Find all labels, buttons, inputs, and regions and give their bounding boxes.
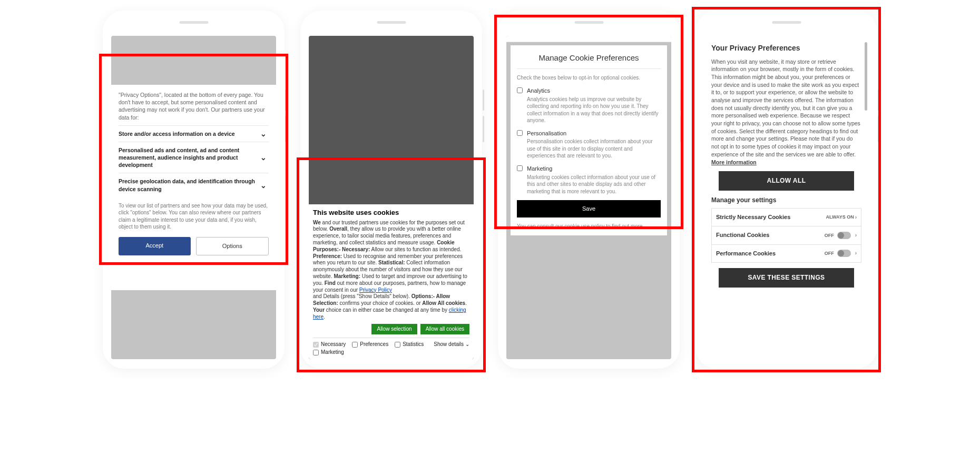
settings-row-performance[interactable]: Performance Cookies OFF › (711, 244, 861, 263)
statistics-checkbox[interactable]: Statistics (395, 341, 424, 348)
cookie-banner-title: This website uses cookies (313, 209, 469, 217)
analytics-checkbox[interactable] (517, 87, 523, 93)
chevron-right-icon: › (855, 250, 857, 257)
cookie-banner: This website uses cookies We and our tru… (309, 204, 474, 359)
phone-screen: "Privacy Options", located at the bottom… (111, 36, 276, 359)
phone-side-button (878, 90, 879, 111)
privacy-preferences-title: Your Privacy Preferences (711, 43, 861, 54)
chevron-down-icon: ⌄ (260, 153, 267, 163)
toggle-switch[interactable] (837, 250, 851, 257)
save-button[interactable]: Save (517, 200, 661, 217)
preferences-checkbox[interactable]: Preferences (352, 341, 388, 348)
cookie-category-checks: Necessary Preferences Statistics Show de… (313, 338, 469, 356)
phone-side-button (680, 116, 682, 142)
consent-intro-text: "Privacy Options", located at the bottom… (119, 91, 269, 121)
purpose-label: Store and/or access information on a dev… (119, 131, 235, 137)
phone-speaker (377, 21, 406, 24)
category-name: Marketing (527, 165, 661, 173)
manage-settings-heading: Manage your settings (711, 196, 861, 205)
marketing-checkbox[interactable]: Marketing (313, 349, 469, 356)
app-top-bar (506, 36, 671, 42)
settings-row-label: Strictly Necessary Cookies (716, 213, 790, 221)
category-desc: Marketing cookies collect information ab… (527, 174, 661, 195)
settings-row-state: OFF (825, 232, 834, 239)
privacy-preferences-sheet: Your Privacy Preferences When you visit … (704, 36, 869, 359)
purpose-label: Precise geolocation data, and identifica… (119, 178, 255, 192)
consent-button-row: Accept Options (119, 237, 269, 255)
phone-side-button (878, 116, 879, 142)
allow-all-cookies-button[interactable]: Allow all cookies (420, 324, 469, 335)
partners-note: To view our list of partners and see how… (119, 197, 269, 237)
cookie-banner-body: We and our trusted partners use cookies … (313, 220, 469, 321)
phone-speaker (574, 21, 603, 24)
category-name: Personalisation (527, 130, 661, 137)
cookie-preferences-sheet: Manage Cookie Preferences Check the boxe… (511, 45, 667, 235)
phone-side-button (285, 116, 287, 142)
phone-speaker (772, 21, 801, 24)
phone-screen: Your Privacy Preferences When you visit … (704, 36, 869, 359)
settings-row-label: Performance Cookies (716, 250, 776, 258)
privacy-policy-link[interactable]: Privacy Policy (359, 287, 392, 293)
category-name: Analytics (527, 87, 661, 95)
scrollbar-thumb[interactable] (865, 42, 867, 111)
privacy-preferences-body: When you visit any website, it may store… (711, 58, 861, 166)
allow-selection-button[interactable]: Allow selection (371, 324, 417, 335)
settings-row-state: ALWAYS ON (826, 214, 854, 221)
cookie-policy-footer: You can consult our cookie use policy to… (517, 223, 661, 230)
more-information-link[interactable]: More information (711, 159, 757, 165)
chevron-right-icon: › (855, 232, 857, 239)
phone-side-button (483, 116, 484, 142)
chevron-right-icon: › (855, 214, 857, 221)
chevron-down-icon: ⌄ (465, 341, 469, 348)
category-desc: Personalisation cookies collect informat… (527, 138, 661, 160)
purpose-row[interactable]: Personalised ads and content, ad and con… (119, 142, 269, 173)
consent-sheet: "Privacy Options", located at the bottom… (111, 85, 276, 290)
options-button[interactable]: Options (196, 237, 269, 255)
cookie-category-row: Analytics Analytics cookies help us impr… (517, 87, 661, 124)
phone-side-button (483, 90, 484, 111)
cookie-category-row: Personalisation Personalisation cookies … (517, 130, 661, 160)
purpose-row[interactable]: Precise geolocation data, and identifica… (119, 173, 269, 196)
phone-frame-1: "Privacy Options", located at the bottom… (103, 11, 285, 369)
purpose-row[interactable]: Store and/or access information on a dev… (119, 125, 269, 142)
scrollbar[interactable] (865, 42, 867, 353)
necessary-checkbox[interactable]: Necessary (313, 341, 346, 348)
cookie-button-row: Allow selection Allow all cookies (313, 324, 469, 335)
personalisation-checkbox[interactable] (517, 130, 523, 136)
purpose-label: Personalised ads and content, ad and con… (119, 147, 239, 168)
save-settings-button[interactable]: SAVE THESE SETTINGS (719, 268, 854, 288)
category-desc: Analytics cookies help us improve our we… (527, 96, 661, 124)
settings-row-label: Functional Cookies (716, 231, 769, 239)
phone-side-button (680, 90, 682, 111)
cookie-use-policy-link[interactable]: cookie use policy (564, 223, 604, 229)
chevron-down-icon: ⌄ (260, 128, 267, 139)
chevron-down-icon: ⌄ (260, 180, 267, 190)
marketing-checkbox[interactable] (517, 165, 523, 171)
settings-row-strictly-necessary[interactable]: Strictly Necessary Cookies ALWAYS ON › (711, 208, 861, 226)
cookie-preferences-title: Manage Cookie Preferences (517, 53, 661, 69)
allow-all-button[interactable]: ALLOW ALL (719, 171, 854, 191)
phone-screen: Manage Cookie Preferences Check the boxe… (506, 36, 671, 359)
cookie-category-row: Marketing Marketing cookies collect info… (517, 165, 661, 195)
phone-frame-2: This website uses cookies We and our tru… (300, 11, 482, 369)
show-details-link[interactable]: Show details ⌄ (434, 341, 469, 348)
phone-screen: This website uses cookies We and our tru… (309, 36, 474, 359)
phone-frame-3: Manage Cookie Preferences Check the boxe… (498, 11, 680, 369)
cookie-preferences-intro: Check the boxes below to opt-in for opti… (517, 74, 661, 82)
phone-frame-4: Your Privacy Preferences When you visit … (695, 11, 877, 369)
phone-side-button (285, 90, 287, 111)
settings-row-functional[interactable]: Functional Cookies OFF › (711, 226, 861, 244)
phone-speaker (179, 21, 208, 24)
settings-row-state: OFF (825, 250, 834, 257)
accept-button[interactable]: Accept (119, 237, 191, 255)
toggle-switch[interactable] (837, 232, 851, 239)
